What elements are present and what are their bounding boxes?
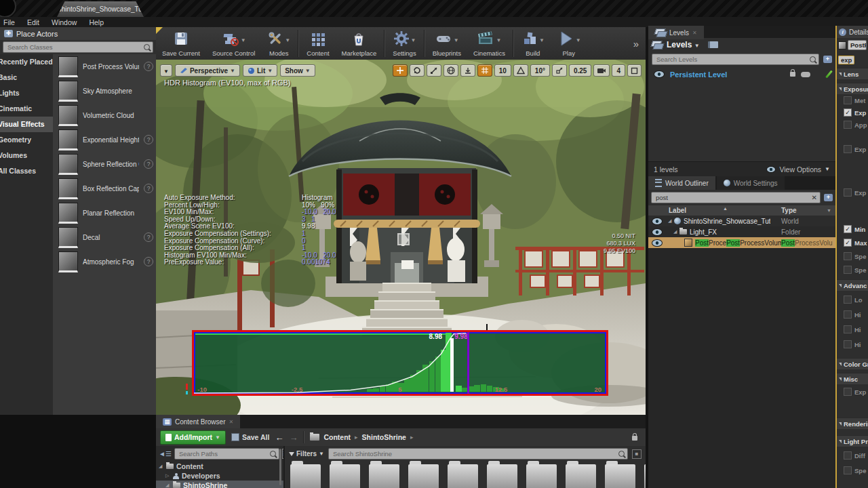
move-button[interactable] <box>393 64 408 77</box>
menu-help[interactable]: Help <box>83 18 110 26</box>
help-icon[interactable]: ? <box>144 135 153 144</box>
menu-edit[interactable]: Edit <box>21 18 45 26</box>
section-renderin[interactable]: Renderin <box>837 418 868 429</box>
section-misc[interactable]: Misc <box>837 373 868 384</box>
details-search-input[interactable]: exp <box>838 56 854 64</box>
angle-snap-button[interactable] <box>513 64 528 77</box>
checkbox-lo[interactable]: Lo <box>844 296 863 304</box>
checkbox-icon[interactable] <box>844 325 852 333</box>
checkbox-icon[interactable] <box>844 388 852 396</box>
build-button[interactable]: ▼Build <box>515 27 551 60</box>
type-column-header[interactable]: Type <box>781 207 797 214</box>
edit-pencil-icon[interactable] <box>825 70 833 79</box>
rotate-button[interactable] <box>410 64 425 77</box>
checkbox-diff[interactable]: Diff <box>844 451 865 460</box>
help-icon[interactable]: ? <box>144 184 153 193</box>
checkbox-icon[interactable] <box>844 96 852 104</box>
chevron-down-icon[interactable]: ▼ <box>285 37 290 43</box>
tab-levels[interactable]: Levels ✕ <box>648 26 704 39</box>
forward-button[interactable]: → <box>289 432 298 443</box>
actor-item-exponential-height-f[interactable]: Exponential Height F? <box>53 127 156 152</box>
menu-window[interactable]: Window <box>45 18 83 26</box>
section-advanc[interactable]: Advanc <box>837 279 868 291</box>
outliner-search-input[interactable] <box>654 193 812 202</box>
add-import-button[interactable]: Add/Import ▼ <box>160 430 226 445</box>
checkbox-exp[interactable]: ✓Exp <box>844 108 866 117</box>
category-all-classes[interactable]: All Classes <box>0 163 53 179</box>
category-recently-placed[interactable]: Recently Placed <box>0 54 53 70</box>
expander-icon[interactable]: ◢ <box>668 218 673 224</box>
checkbox-icon[interactable] <box>844 451 852 460</box>
checkbox-spe[interactable]: Spe <box>844 466 866 474</box>
surface-snap-button[interactable] <box>460 64 475 77</box>
outliner-row[interactable]: ◢Light_FXFolder <box>648 226 835 237</box>
checkbox-hi[interactable]: Hi <box>844 325 861 333</box>
asset-folder[interactable] <box>605 464 635 488</box>
chevron-down-icon[interactable]: ▼ <box>576 37 581 43</box>
eye-icon[interactable] <box>654 70 665 78</box>
asset-folder[interactable] <box>408 464 439 488</box>
persistent-level-row[interactable]: Persistent Level <box>648 67 835 81</box>
clear-search-icon[interactable]: ✕ <box>812 194 817 201</box>
search-levels-input[interactable] <box>655 55 810 64</box>
checkbox-icon[interactable] <box>844 145 852 153</box>
marketplace-button[interactable]: Marketplace <box>336 27 383 60</box>
chevron-down-icon[interactable]: ▼ <box>539 37 545 43</box>
menu-file[interactable]: File <box>0 18 21 26</box>
checkbox-met[interactable]: Met <box>844 96 865 104</box>
checkbox-icon[interactable] <box>844 252 852 260</box>
expander-icon[interactable]: ▷ <box>165 473 170 479</box>
add-level-icon[interactable]: + <box>823 56 832 63</box>
collapse-sources-icon[interactable]: ◄☰ <box>159 450 172 458</box>
help-icon[interactable]: ? <box>144 232 153 242</box>
category-volumes[interactable]: Volumes <box>0 148 53 163</box>
expander-icon[interactable]: ◢ <box>673 229 678 235</box>
category-visual-effects[interactable]: Visual Effects <box>0 117 53 132</box>
maximize-button[interactable] <box>627 64 642 77</box>
lit-viewport-button[interactable]: Lit▼ <box>243 64 277 77</box>
expander-icon[interactable]: ◢ <box>165 483 170 488</box>
section-color-gra[interactable]: Color Gra <box>837 358 868 369</box>
modes-button[interactable]: ▼Modes <box>261 27 296 60</box>
asset-folder[interactable] <box>566 464 596 488</box>
section-exposure[interactable]: Exposure <box>837 83 868 94</box>
checkbox-hi[interactable]: Hi <box>844 310 861 319</box>
search-paths-input[interactable] <box>178 449 270 458</box>
search-levels-box[interactable] <box>652 54 819 65</box>
view-options-icon[interactable]: ■ <box>632 449 642 459</box>
help-icon[interactable]: ? <box>144 62 153 71</box>
checkbox-spe[interactable]: Spe <box>844 266 866 274</box>
snap-value-chip[interactable]: 4 <box>612 64 625 77</box>
gamepad-icon[interactable] <box>801 72 810 77</box>
checkbox-icon[interactable] <box>844 310 852 319</box>
close-icon[interactable]: ✕ <box>692 30 697 36</box>
checkbox-icon[interactable] <box>844 188 852 197</box>
actor-item-box-reflection-captu[interactable]: Box Reflection Captu? <box>53 176 156 201</box>
grid-snap-button[interactable] <box>477 64 492 77</box>
source-control-button[interactable]: ▼Source Control <box>206 27 261 60</box>
search-assets-input[interactable] <box>332 449 618 458</box>
tab-world-outliner[interactable]: World Outliner <box>648 176 715 190</box>
asset-folder[interactable] <box>644 464 646 488</box>
blueprints-button[interactable]: ▼Blueprints <box>427 27 467 60</box>
chevron-down-icon[interactable]: ▼ <box>496 37 501 43</box>
category-lights[interactable]: Lights <box>0 85 53 101</box>
help-icon[interactable]: ? <box>144 257 153 266</box>
search-classes-box[interactable] <box>3 41 153 53</box>
snap-value-chip[interactable]: 10 <box>494 64 511 77</box>
level-viewport[interactable]: ▼Perspective▼Lit▼Show▼ 1010°0.254 HDR Hi… <box>156 60 646 415</box>
chevron-down-icon[interactable]: ▼ <box>454 37 459 43</box>
checkbox-exp[interactable]: Exp <box>844 188 866 197</box>
category-basic[interactable]: Basic <box>0 70 53 85</box>
category-geometry[interactable]: Geometry <box>0 132 53 148</box>
add-actor-icon[interactable]: + <box>824 194 833 201</box>
asset-folder[interactable] <box>526 464 557 488</box>
chevron-down-viewport-button[interactable]: ▼ <box>160 64 172 77</box>
label-column-header[interactable]: Label <box>669 207 686 214</box>
expander-icon[interactable]: ◢ <box>159 464 163 469</box>
tree-item-content[interactable]: ◢Content <box>156 462 283 471</box>
checkbox-min[interactable]: ✓Min <box>844 225 865 233</box>
tree-item-shintoshrine[interactable]: ◢ShintoShrine <box>156 481 283 488</box>
checkbox-exp[interactable]: Exp <box>844 145 866 153</box>
checkbox-spe[interactable]: Spe <box>844 252 866 260</box>
